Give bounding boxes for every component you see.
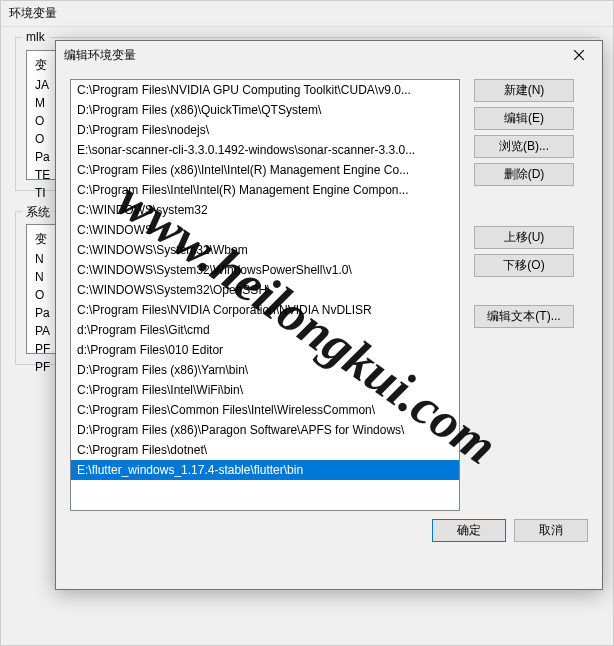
list-item[interactable]: d:\Program Files\010 Editor <box>71 340 459 360</box>
dialog-title: 编辑环境变量 <box>64 47 136 64</box>
move-down-button[interactable]: 下移(O) <box>474 254 574 277</box>
list-item[interactable]: C:\Program Files\NVIDIA Corporation\NVID… <box>71 300 459 320</box>
path-list[interactable]: C:\Program Files\NVIDIA GPU Computing To… <box>70 79 460 511</box>
browse-button[interactable]: 浏览(B)... <box>474 135 574 158</box>
list-item[interactable]: C:\WINDOWS\system32 <box>71 200 459 220</box>
user-group-label: mlk <box>22 30 49 44</box>
list-item[interactable]: D:\Program Files (x86)\QuickTime\QTSyste… <box>71 100 459 120</box>
list-item[interactable]: D:\Program Files\nodejs\ <box>71 120 459 140</box>
sys-group-label: 系统 <box>22 204 54 221</box>
edit-env-var-dialog: 编辑环境变量 C:\Program Files\NVIDIA GPU Compu… <box>55 40 603 590</box>
move-up-button[interactable]: 上移(U) <box>474 226 574 249</box>
new-button[interactable]: 新建(N) <box>474 79 574 102</box>
list-item[interactable]: E:\flutter_windows_1.17.4-stable\flutter… <box>71 460 459 480</box>
delete-button[interactable]: 删除(D) <box>474 163 574 186</box>
window-title: 环境变量 <box>1 1 613 27</box>
list-item[interactable]: C:\WINDOWS <box>71 220 459 240</box>
list-item[interactable]: C:\Program Files\Intel\Intel(R) Manageme… <box>71 180 459 200</box>
list-item[interactable]: D:\Program Files (x86)\Paragon Software\… <box>71 420 459 440</box>
list-item[interactable]: C:\Program Files\NVIDIA GPU Computing To… <box>71 80 459 100</box>
list-item[interactable]: C:\Program Files\Intel\WiFi\bin\ <box>71 380 459 400</box>
dialog-ok-button[interactable]: 确定 <box>432 519 506 542</box>
close-icon <box>574 50 584 60</box>
list-item[interactable]: C:\Program Files (x86)\Intel\Intel(R) Ma… <box>71 160 459 180</box>
list-item[interactable]: C:\Program Files\dotnet\ <box>71 440 459 460</box>
list-item[interactable]: d:\Program Files\Git\cmd <box>71 320 459 340</box>
list-item[interactable]: C:\WINDOWS\System32\Wbem <box>71 240 459 260</box>
list-item[interactable]: C:\WINDOWS\System32\OpenSSH\ <box>71 280 459 300</box>
list-item[interactable]: C:\WINDOWS\System32\WindowsPowerShell\v1… <box>71 260 459 280</box>
edit-text-button[interactable]: 编辑文本(T)... <box>474 305 574 328</box>
close-button[interactable] <box>564 45 594 65</box>
edit-button[interactable]: 编辑(E) <box>474 107 574 130</box>
list-item[interactable]: C:\Program Files\Common Files\Intel\Wire… <box>71 400 459 420</box>
list-item[interactable]: D:\Program Files (x86)\Yarn\bin\ <box>71 360 459 380</box>
list-item[interactable]: E:\sonar-scanner-cli-3.3.0.1492-windows\… <box>71 140 459 160</box>
dialog-cancel-button[interactable]: 取消 <box>514 519 588 542</box>
